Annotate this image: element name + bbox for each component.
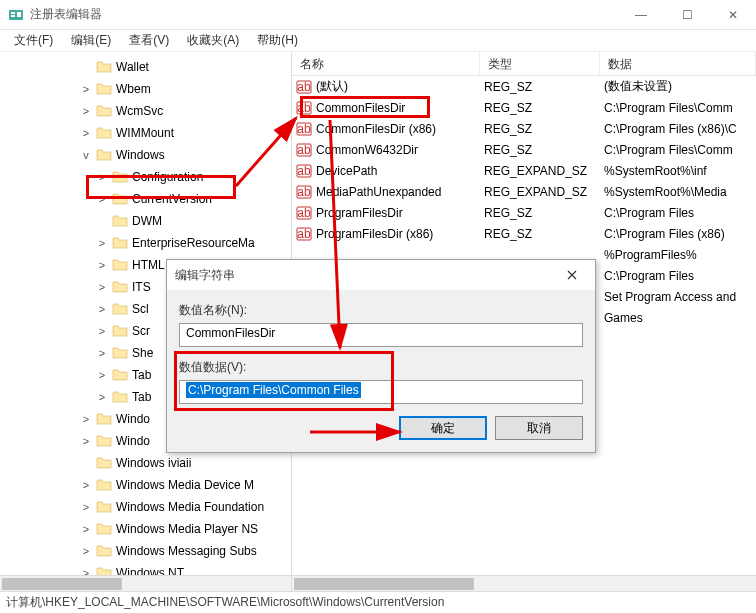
value-name-label: 数值名称(N): [179, 302, 583, 319]
cell-data: C:\Program Files [600, 206, 756, 220]
tree-item[interactable]: Windows iviaii [0, 452, 291, 474]
tree-item-label: Windo [116, 412, 150, 426]
tree-item-label: ITS [132, 280, 151, 294]
list-row[interactable]: abProgramFilesDir (x86)REG_SZC:\Program … [292, 223, 756, 244]
cell-name: abMediaPathUnexpanded [292, 184, 480, 200]
tree-item[interactable]: >Windows Messaging Subs [0, 540, 291, 562]
expand-icon[interactable]: > [96, 369, 108, 381]
maximize-button[interactable]: ☐ [664, 0, 710, 30]
cell-type: REG_EXPAND_SZ [480, 164, 600, 178]
svg-text:ab: ab [297, 143, 311, 157]
dialog-titlebar[interactable]: 编辑字符串 [167, 260, 595, 290]
svg-text:ab: ab [297, 227, 311, 241]
value-name-input[interactable]: CommonFilesDir [179, 323, 583, 347]
cell-type: REG_EXPAND_SZ [480, 185, 600, 199]
tree-hscroll[interactable] [0, 575, 291, 591]
cancel-button[interactable]: 取消 [495, 416, 583, 440]
expand-icon[interactable]: > [96, 237, 108, 249]
expand-icon[interactable]: > [80, 501, 92, 513]
expand-icon[interactable]: v [80, 149, 92, 161]
expand-icon[interactable]: > [96, 325, 108, 337]
cell-data: C:\Program Files\Comm [600, 143, 756, 157]
dialog-title: 编辑字符串 [175, 267, 557, 284]
cell-data: C:\Program Files [600, 269, 756, 283]
expand-icon[interactable]: > [96, 303, 108, 315]
expand-icon[interactable]: > [96, 281, 108, 293]
tree-item[interactable]: >WIMMount [0, 122, 291, 144]
tree-item-label: Windows Media Device M [116, 478, 254, 492]
tree-item[interactable]: >Windows Media Foundation [0, 496, 291, 518]
menu-help[interactable]: 帮助(H) [249, 30, 306, 51]
col-data[interactable]: 数据 [600, 52, 756, 75]
tree-item[interactable]: vWindows [0, 144, 291, 166]
expand-icon[interactable]: > [80, 545, 92, 557]
cell-name: abCommonFilesDir [292, 100, 480, 116]
tree-item-label: Windows iviaii [116, 456, 191, 470]
status-bar: 计算机\HKEY_LOCAL_MACHINE\SOFTWARE\Microsof… [0, 591, 756, 613]
expand-icon[interactable]: > [96, 171, 108, 183]
cell-type: REG_SZ [480, 122, 600, 136]
window-title: 注册表编辑器 [30, 6, 618, 23]
tree-item[interactable]: >Wbem [0, 78, 291, 100]
menu-edit[interactable]: 编辑(E) [63, 30, 119, 51]
tree-item-label: EnterpriseResourceMa [132, 236, 255, 250]
expand-icon[interactable]: > [80, 567, 92, 575]
expand-icon[interactable]: > [80, 83, 92, 95]
tree-item[interactable]: >EnterpriseResourceMa [0, 232, 291, 254]
cell-data: Set Program Access and [600, 290, 756, 304]
tree-item[interactable]: >Windows Media Player NS [0, 518, 291, 540]
list-row[interactable]: abCommonW6432DirREG_SZC:\Program Files\C… [292, 139, 756, 160]
value-data-label: 数值数据(V): [179, 359, 583, 376]
expand-icon[interactable]: > [80, 479, 92, 491]
expand-icon[interactable]: > [96, 193, 108, 205]
tree-item[interactable]: >Windows NT [0, 562, 291, 575]
tree-item-label: Tab [132, 390, 151, 404]
list-row[interactable]: abProgramFilesDirREG_SZC:\Program Files [292, 202, 756, 223]
expand-icon[interactable]: > [80, 413, 92, 425]
col-name[interactable]: 名称 [292, 52, 480, 75]
svg-text:ab: ab [297, 80, 311, 94]
minimize-button[interactable]: — [618, 0, 664, 30]
tree-item[interactable]: >WcmSvc [0, 100, 291, 122]
tree-item-label: Tab [132, 368, 151, 382]
expand-icon[interactable]: > [80, 105, 92, 117]
tree-item-label: WcmSvc [116, 104, 163, 118]
tree-item[interactable]: >Configuration [0, 166, 291, 188]
col-type[interactable]: 类型 [480, 52, 600, 75]
expand-icon[interactable]: > [80, 435, 92, 447]
cell-data: Games [600, 311, 756, 325]
svg-rect-1 [11, 12, 15, 14]
expand-icon[interactable]: > [96, 259, 108, 271]
svg-text:ab: ab [297, 185, 311, 199]
list-row[interactable]: abCommonFilesDirREG_SZC:\Program Files\C… [292, 97, 756, 118]
expand-icon[interactable]: > [96, 391, 108, 403]
list-hscroll[interactable] [292, 575, 756, 591]
cell-data: (数值未设置) [600, 78, 756, 95]
tree-item-label: Windo [116, 434, 150, 448]
ok-button[interactable]: 确定 [399, 416, 487, 440]
cell-type: REG_SZ [480, 206, 600, 220]
tree-item-label: Scr [132, 324, 150, 338]
tree-item[interactable]: DWM [0, 210, 291, 232]
expand-icon[interactable]: > [80, 127, 92, 139]
close-icon [567, 270, 577, 280]
tree-item[interactable]: Wallet [0, 56, 291, 78]
menu-view[interactable]: 查看(V) [121, 30, 177, 51]
close-button[interactable]: ✕ [710, 0, 756, 30]
tree-item-label: Configuration [132, 170, 203, 184]
menu-file[interactable]: 文件(F) [6, 30, 61, 51]
menu-favorites[interactable]: 收藏夹(A) [179, 30, 247, 51]
list-row[interactable]: ab(默认)REG_SZ(数值未设置) [292, 76, 756, 97]
cell-data: C:\Program Files (x86)\C [600, 122, 756, 136]
list-row[interactable]: abDevicePathREG_EXPAND_SZ%SystemRoot%\in… [292, 160, 756, 181]
expand-icon[interactable]: > [96, 347, 108, 359]
list-row[interactable]: abMediaPathUnexpandedREG_EXPAND_SZ%Syste… [292, 181, 756, 202]
cell-name: abCommonFilesDir (x86) [292, 121, 480, 137]
expand-icon[interactable]: > [80, 523, 92, 535]
tree-item[interactable]: >Windows Media Device M [0, 474, 291, 496]
value-data-input[interactable]: C:\Program Files\Common Files [179, 380, 583, 404]
cell-name: ab(默认) [292, 78, 480, 95]
list-row[interactable]: abCommonFilesDir (x86)REG_SZC:\Program F… [292, 118, 756, 139]
dialog-close-button[interactable] [557, 263, 587, 287]
tree-item[interactable]: >CurrentVersion [0, 188, 291, 210]
